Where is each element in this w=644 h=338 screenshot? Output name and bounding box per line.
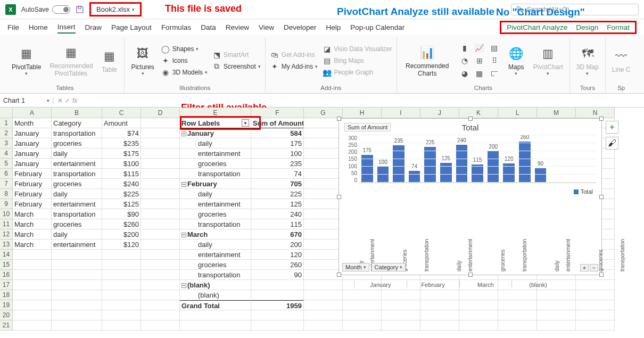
- col-header-I[interactable]: I: [382, 108, 420, 118]
- pivot-chart-object[interactable]: Sum of Amount + 🖌 Total 3002502001501005…: [338, 118, 602, 275]
- chart-line-btn[interactable]: 📈: [473, 42, 486, 54]
- rec-charts-button[interactable]: 📊Recommended Charts: [401, 43, 453, 78]
- row-header-12[interactable]: 12: [0, 229, 13, 240]
- name-box[interactable]: Chart 1▾: [0, 97, 53, 104]
- tab-home[interactable]: Home: [29, 22, 48, 33]
- chart-field-button-category[interactable]: Category ▾: [371, 263, 406, 271]
- chart-bar[interactable]: 74: [409, 171, 420, 183]
- maps-button[interactable]: 🌐Maps▾: [506, 44, 527, 77]
- chart-styles-button[interactable]: 🖌: [606, 137, 618, 150]
- tab-review[interactable]: Review: [226, 22, 249, 33]
- recommended-pivot-button[interactable]: ▦Recommended PivotTables: [47, 43, 94, 78]
- chart-bar[interactable]: 115: [472, 164, 483, 183]
- col-header-E[interactable]: E: [180, 108, 251, 118]
- collapse-icon[interactable]: −: [181, 182, 186, 187]
- chart-col-btn[interactable]: ▮: [458, 42, 472, 54]
- collapse-icon[interactable]: −: [181, 131, 186, 136]
- row-headers[interactable]: 123456789101112131415161718192021: [0, 118, 13, 331]
- pivotchart-button[interactable]: ▥PivotChart▾: [531, 44, 565, 77]
- people-button[interactable]: 👥People Graph: [322, 67, 392, 78]
- save-icon[interactable]: [76, 5, 84, 14]
- row-header-2[interactable]: 2: [0, 128, 13, 138]
- row-header-7[interactable]: 7: [0, 179, 13, 189]
- pictures-button[interactable]: 🖼Pictures▾: [129, 44, 156, 77]
- tab-developer[interactable]: Developer: [284, 22, 317, 33]
- context-tab-format[interactable]: Format: [607, 23, 630, 31]
- chart-value-field-button[interactable]: Sum of Amount: [344, 123, 391, 131]
- chart-legend[interactable]: Total: [574, 188, 593, 195]
- chart-scatter-btn[interactable]: ⠿: [488, 55, 501, 67]
- col-header-M[interactable]: M: [537, 108, 576, 118]
- chart-elements-button[interactable]: +: [606, 121, 618, 134]
- collapse-icon[interactable]: −: [181, 233, 186, 237]
- chart-bar[interactable]: 225: [424, 147, 436, 183]
- row-header-18[interactable]: 18: [0, 290, 13, 300]
- context-tab-pivotchart-analyze[interactable]: PivotChart Analyze: [507, 23, 567, 31]
- autosave[interactable]: AutoSave: [21, 5, 70, 14]
- chart-hier-btn[interactable]: ◔: [458, 55, 472, 67]
- column-headers[interactable]: ABCDEFGHIJKLMN: [0, 108, 615, 118]
- chart-bar[interactable]: 90: [535, 168, 547, 183]
- col-header-L[interactable]: L: [498, 108, 537, 118]
- smartart-button[interactable]: ⬔SmartArt: [212, 50, 261, 60]
- chart-plot-area[interactable]: 1751002357422512524011520012026090: [359, 135, 596, 183]
- search-box[interactable]: 🔍 Search (Alt+Q): [511, 4, 639, 15]
- row-header-21[interactable]: 21: [0, 320, 13, 331]
- col-header-C[interactable]: C: [102, 108, 141, 118]
- col-header-N[interactable]: N: [576, 108, 615, 118]
- row-header-5[interactable]: 5: [0, 159, 13, 169]
- screenshot-button[interactable]: ⧉Screenshot ▾: [212, 61, 261, 72]
- sparkline-button[interactable]: 〰Line C: [610, 47, 633, 75]
- row-header-16[interactable]: 16: [0, 270, 13, 280]
- icons-button[interactable]: ✦Icons: [161, 55, 208, 66]
- row-header-13[interactable]: 13: [0, 240, 13, 250]
- col-header-J[interactable]: J: [420, 108, 459, 118]
- tab-file[interactable]: File: [7, 22, 19, 33]
- col-header-F[interactable]: F: [251, 108, 304, 118]
- context-tab-design[interactable]: Design: [576, 23, 598, 31]
- chart-stat-btn[interactable]: ⊞: [473, 55, 486, 67]
- visio-button[interactable]: ◪Visio Data Visualizer: [322, 44, 392, 54]
- col-header-A[interactable]: A: [13, 108, 52, 118]
- row-header-1[interactable]: 1: [0, 118, 13, 128]
- row-header-6[interactable]: 6: [0, 169, 13, 179]
- 3dmodels-button[interactable]: ◉3D Models ▾: [161, 67, 208, 78]
- chart-field-button-month[interactable]: Month ▾: [342, 263, 369, 271]
- chart-map-btn[interactable]: ▦: [473, 68, 486, 79]
- row-header-10[interactable]: 10: [0, 209, 13, 219]
- worksheet-grid[interactable]: ABCDEFGHIJKLMN 1234567891011121314151617…: [0, 108, 644, 331]
- row-header-19[interactable]: 19: [0, 300, 13, 310]
- bing-button[interactable]: ▤Bing Maps: [322, 55, 392, 66]
- tab-draw[interactable]: Draw: [85, 22, 102, 33]
- chart-bar[interactable]: 175: [361, 155, 373, 183]
- expand-plus-button[interactable]: +: [580, 264, 589, 271]
- fx-icon[interactable]: fx: [72, 97, 77, 104]
- chart-pie-btn[interactable]: ◕: [458, 68, 472, 79]
- collapse-icon[interactable]: −: [181, 283, 186, 288]
- chart-bar[interactable]: 260: [519, 142, 531, 183]
- tab-pop-up-calendar[interactable]: Pop-up Calendar: [350, 22, 404, 33]
- row-header-17[interactable]: 17: [0, 280, 13, 290]
- row-header-15[interactable]: 15: [0, 260, 13, 270]
- row-header-4[interactable]: 4: [0, 149, 13, 159]
- pivot-filter-button[interactable]: ▾: [242, 119, 249, 127]
- tab-insert[interactable]: Insert: [57, 21, 76, 34]
- tab-data[interactable]: Data: [201, 22, 216, 33]
- tab-view[interactable]: View: [259, 22, 274, 33]
- expand-minus-button[interactable]: −: [590, 264, 598, 271]
- table-button[interactable]: ▦Table: [98, 47, 120, 75]
- row-header-14[interactable]: 14: [0, 250, 13, 260]
- row-header-8[interactable]: 8: [0, 189, 13, 199]
- tab-formulas[interactable]: Formulas: [161, 22, 191, 33]
- chart-bar[interactable]: 235: [393, 145, 404, 183]
- col-header-D[interactable]: D: [141, 108, 180, 118]
- select-all-corner[interactable]: [0, 108, 13, 118]
- row-header-11[interactable]: 11: [0, 219, 13, 229]
- tab-page-layout[interactable]: Page Layout: [111, 22, 152, 33]
- col-header-B[interactable]: B: [52, 108, 102, 118]
- autosave-toggle[interactable]: [52, 5, 70, 14]
- row-header-9[interactable]: 9: [0, 199, 13, 209]
- chart-combo-btn[interactable]: ⫍: [488, 68, 501, 79]
- pivottable-button[interactable]: ▦PivotTable▾: [10, 44, 43, 77]
- row-header-3[interactable]: 3: [0, 138, 13, 149]
